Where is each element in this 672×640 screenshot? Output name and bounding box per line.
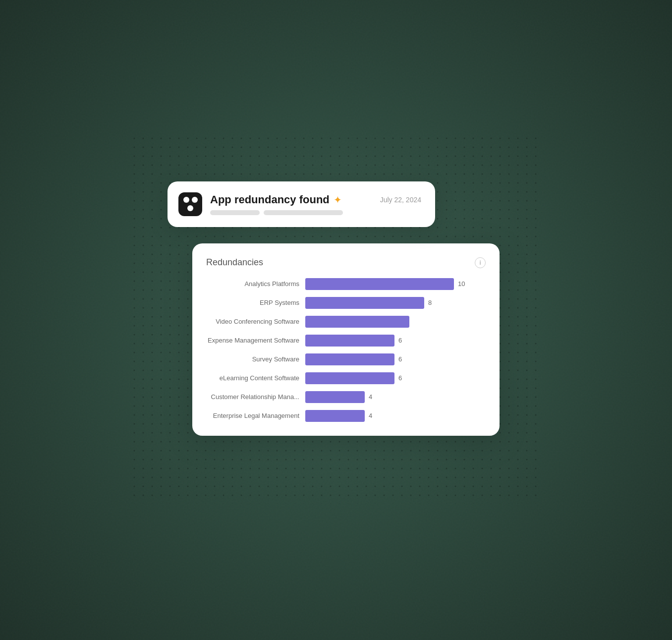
bar-value: 6 xyxy=(398,355,402,363)
bar xyxy=(305,353,394,365)
info-icon[interactable]: i xyxy=(475,257,486,268)
bar-value: 4 xyxy=(369,412,372,419)
chart-row: Enterprise Legal Management 4 xyxy=(206,410,486,422)
scene: App redundancy found ✦ July 22, 2024 Red… xyxy=(163,167,509,474)
pill-1 xyxy=(210,210,260,215)
row-label: Enterprise Legal Management xyxy=(206,412,305,419)
bar-value: 8 xyxy=(428,299,432,306)
bar-value: 6 xyxy=(398,374,402,382)
bar-container: 4 xyxy=(305,410,486,422)
app-icon xyxy=(178,192,202,216)
row-label: Video Conferencing Software xyxy=(206,318,305,325)
chart-row: Analytics Platforms 10 xyxy=(206,278,486,290)
notification-content: App redundancy found ✦ July 22, 2024 xyxy=(210,193,421,215)
row-label: Customer Relationship Mana... xyxy=(206,393,305,401)
chart-row: eLearning Content Softwate 6 xyxy=(206,372,486,384)
chart-row: Video Conferencing Software xyxy=(206,316,486,328)
spark-icon: ✦ xyxy=(334,194,342,206)
notification-title: App redundancy found xyxy=(210,193,330,206)
bar-value: 4 xyxy=(369,393,372,401)
bar-container: 8 xyxy=(305,297,486,309)
bar-container: 4 xyxy=(305,391,486,403)
chart-row: Expense Management Software 6 xyxy=(206,335,486,347)
bar xyxy=(305,391,365,403)
bar-value: 6 xyxy=(398,337,402,344)
chart-header: Redundancies i xyxy=(206,257,486,268)
icon-dot xyxy=(183,197,189,203)
chart-title: Redundancies xyxy=(206,257,263,268)
row-label: eLearning Content Softwate xyxy=(206,374,305,382)
bar xyxy=(305,410,365,422)
chart-row: Customer Relationship Mana... 4 xyxy=(206,391,486,403)
row-label: Analytics Platforms xyxy=(206,280,305,288)
bar xyxy=(305,372,394,384)
icon-dot xyxy=(187,205,193,211)
bar-container xyxy=(305,316,486,328)
pill-2 xyxy=(264,210,343,215)
bar xyxy=(305,297,424,309)
bar-container: 10 xyxy=(305,278,486,290)
chart-card: Redundancies i Analytics Platforms 10 ER… xyxy=(192,243,500,436)
chart-rows: Analytics Platforms 10 ERP Systems 8 Vid… xyxy=(206,278,486,422)
icon-dot xyxy=(192,197,198,203)
bar-container: 6 xyxy=(305,335,486,347)
row-label: Expense Management Software xyxy=(206,337,305,344)
bar xyxy=(305,335,394,347)
info-symbol: i xyxy=(480,259,481,266)
bar xyxy=(305,278,454,290)
chart-row: ERP Systems 8 xyxy=(206,297,486,309)
notification-card: App redundancy found ✦ July 22, 2024 xyxy=(168,181,435,227)
row-label: Survey Software xyxy=(206,355,305,363)
notification-title-row: App redundancy found ✦ July 22, 2024 xyxy=(210,193,421,206)
notification-pills xyxy=(210,210,421,215)
row-label: ERP Systems xyxy=(206,299,305,306)
bar xyxy=(305,316,409,328)
notification-date: July 22, 2024 xyxy=(380,196,421,204)
bar-value: 10 xyxy=(458,280,465,288)
bar-container: 6 xyxy=(305,372,486,384)
chart-row: Survey Software 6 xyxy=(206,353,486,365)
bar-container: 6 xyxy=(305,353,486,365)
